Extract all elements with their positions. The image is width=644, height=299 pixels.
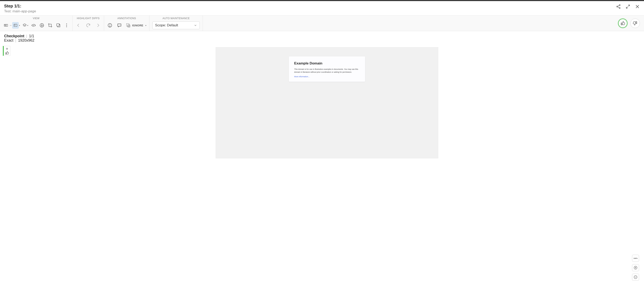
ab-compare-button[interactable]: AB <box>39 22 45 28</box>
layout-single[interactable] <box>12 22 18 28</box>
plus-icon <box>5 47 9 51</box>
svg-rect-10 <box>6 24 8 26</box>
zoom-in-icon <box>634 266 638 270</box>
thumbs-up-button[interactable] <box>618 18 628 28</box>
ignore-label: IGNORE <box>132 24 143 27</box>
svg-marker-16 <box>23 24 26 25</box>
approve-section <box>614 16 644 31</box>
toolbar: VIEW ↔ ▾ ▾ AB <box>0 15 644 31</box>
zoom-in-button[interactable] <box>632 264 639 271</box>
svg-point-0 <box>619 5 620 6</box>
example-title: Example Domain <box>294 61 360 65</box>
auto-maintenance-section: AUTO MAINTENANCE Scope: Default <box>150 16 203 31</box>
zoom-out-icon <box>634 275 638 279</box>
chevron-down-icon <box>194 24 197 27</box>
view-section: VIEW ↔ ▾ ▾ AB <box>0 16 72 31</box>
svg-line-6 <box>626 7 628 8</box>
thumbs-up-icon <box>620 21 625 25</box>
root-cause-button[interactable] <box>56 22 61 28</box>
header-actions <box>616 4 640 9</box>
highlight-diffs-section: HIGHLIGHT DIFFS <box>72 16 104 31</box>
ignore-region-button[interactable]: IGNORE ▾ <box>126 23 146 27</box>
svg-line-3 <box>618 5 619 6</box>
svg-text:A: A <box>40 24 42 26</box>
code-button[interactable] <box>31 22 36 28</box>
layout-toggle: ↔ ▾ <box>3 22 20 28</box>
svg-rect-31 <box>128 25 130 27</box>
highlight-diffs-label: HIGHLIGHT DIFFS <box>76 17 101 20</box>
screenshot-viewer[interactable]: Example Domain This domain is for use in… <box>10 43 644 297</box>
checkpoint-label: Checkpoint <box>4 34 24 38</box>
match-mode: Exact <box>4 38 14 42</box>
svg-point-1 <box>617 6 618 7</box>
layout-side-by-side[interactable] <box>3 22 9 28</box>
example-link: More information... <box>294 76 360 78</box>
zoom-fit-button[interactable]: 100% <box>632 255 639 262</box>
view-label: VIEW <box>3 17 70 20</box>
prev-diff-button[interactable] <box>76 22 81 28</box>
zoom-controls: 100% <box>632 255 639 281</box>
annotations-label: ANNOTATIONS <box>107 17 146 20</box>
expand-icon[interactable] <box>626 4 630 9</box>
issue-button[interactable] <box>107 22 113 28</box>
layers-button[interactable]: ▾ <box>22 22 28 28</box>
svg-point-2 <box>619 8 620 9</box>
comment-button[interactable] <box>116 22 122 28</box>
svg-rect-9 <box>4 24 6 26</box>
modal-header: Step 1/1: Test: main-app-page <box>0 1 644 15</box>
main-area: Example Domain This domain is for use in… <box>0 43 644 297</box>
svg-line-17 <box>34 24 34 27</box>
close-icon[interactable] <box>635 4 640 9</box>
svg-point-29 <box>110 26 110 26</box>
svg-text:B: B <box>42 24 43 26</box>
crop-button[interactable] <box>47 22 53 28</box>
svg-point-23 <box>59 24 60 24</box>
thumbnail-rail <box>0 43 10 297</box>
checkpoint-line: Checkpoint | 1/1 <box>4 34 640 38</box>
more-menu-button[interactable] <box>64 22 70 28</box>
scope-value: Scope: Default <box>155 23 178 27</box>
resolution-value: 1920x962 <box>18 38 34 42</box>
svg-line-5 <box>628 5 630 6</box>
svg-rect-22 <box>57 24 59 26</box>
annotations-section: ANNOTATIONS IGNORE ▾ <box>104 16 150 31</box>
ignore-caret-icon: ▾ <box>145 24 146 26</box>
scope-select[interactable]: Scope: Default <box>152 21 200 29</box>
example-domain-card: Example Domain This domain is for use in… <box>289 56 365 82</box>
svg-line-4 <box>618 7 619 8</box>
zoom-out-button[interactable] <box>632 274 639 281</box>
svg-point-25 <box>66 25 67 26</box>
header-title-group: Step 1/1: Test: main-app-page <box>4 4 36 13</box>
refresh-diff-button[interactable] <box>85 22 91 28</box>
zoom-fit-label: 100% <box>634 257 638 259</box>
checkpoint-count: 1/1 <box>29 34 34 38</box>
layout-caret-icon[interactable]: ▾ <box>19 24 20 26</box>
svg-point-24 <box>66 23 67 24</box>
resolution-line: Exact | 1920x962 <box>4 38 640 43</box>
next-diff-button[interactable] <box>95 22 101 28</box>
screenshot-frame: Example Domain This domain is for use in… <box>216 47 438 158</box>
thumbs-down-button[interactable] <box>630 18 640 28</box>
checkpoint-header: Checkpoint | 1/1 Exact | 1920x962 <box>0 31 644 43</box>
auto-maintenance-label: AUTO MAINTENANCE <box>152 17 200 20</box>
layout-arrow-icon: ↔ <box>9 24 12 27</box>
checkpoint-thumbnail[interactable] <box>3 46 10 56</box>
step-title: Step 1/1: <box>4 4 36 8</box>
example-body: This domain is for use in illustrative e… <box>294 68 360 73</box>
layers-caret-icon: ▾ <box>27 24 28 26</box>
test-name: Test: main-app-page <box>4 9 36 13</box>
share-icon[interactable] <box>616 4 621 9</box>
thumbs-up-icon <box>5 51 9 55</box>
toolbar-spacer <box>203 16 614 31</box>
svg-point-26 <box>66 26 67 27</box>
thumbs-down-icon <box>633 21 638 25</box>
